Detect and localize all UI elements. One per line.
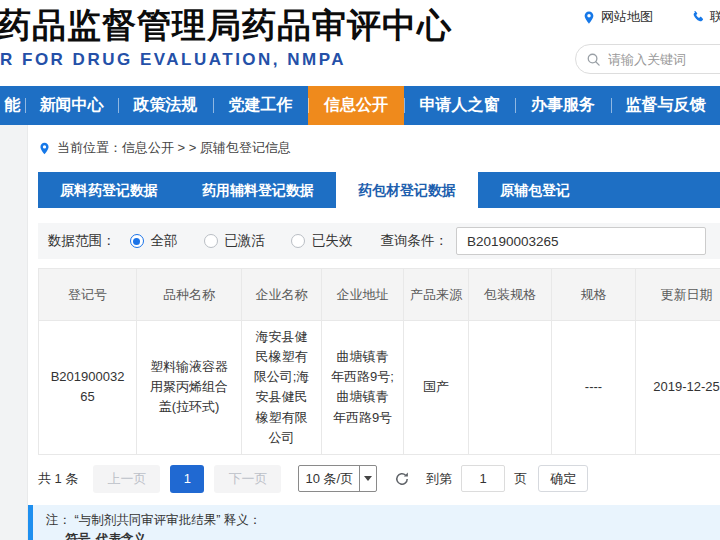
page-1-button[interactable]: 1 <box>170 465 204 493</box>
cell-product-name: 塑料输液容器用聚丙烯组合盖(拉环式) <box>137 321 242 455</box>
sitemap-link-label: 网站地图 <box>601 8 653 26</box>
cell-product-source: 国产 <box>404 321 469 455</box>
cell-update-date: 2019-12-25 <box>636 321 720 455</box>
data-tabs: 原料药登记数据 药用辅料登记数据 药包材登记数据 原辅包登记 <box>38 172 720 208</box>
cell-registration-no: B20190003265 <box>39 321 137 455</box>
nav-item-info-disclosure[interactable]: 信息公开 <box>308 86 404 125</box>
nav-item-policy[interactable]: 政策法规 <box>118 86 213 125</box>
nav-item-services[interactable]: 办事服务 <box>515 86 611 125</box>
col-registration-no: 登记号 <box>39 269 137 321</box>
cell-spec: ---- <box>552 321 636 455</box>
site-header: 药品监督管理局药品审评中心 R FOR DRUG EVALUATION, NMP… <box>0 0 720 86</box>
chevron-down-icon <box>359 466 376 491</box>
radio-dot-icon <box>204 234 218 248</box>
radio-all-label: 全部 <box>151 232 178 250</box>
content-area: 原料药登记数据 药用辅料登记数据 药包材登记数据 原辅包登记 数据范围： 全部 … <box>28 172 720 540</box>
main-nav: 能 新闻中心 政策法规 党建工作 信息公开 申请人之窗 办事服务 监督与反馈 <box>0 86 720 125</box>
page-unit-label: 页 <box>514 470 527 488</box>
phone-icon <box>691 10 705 24</box>
top-links: 网站地图 联系 <box>582 8 720 26</box>
cell-company-address: 曲塘镇青年西路9号;曲塘镇青年西路9号 <box>322 321 404 455</box>
col-update-date: 更新日期 <box>636 269 720 321</box>
filter-bar: 数据范围： 全部 已激活 已失效 查询条件： <box>38 223 720 259</box>
site-title: 药品监督管理局药品审评中心 <box>0 3 452 49</box>
breadcrumb: 当前位置：信息公开 > > 原辅包登记信息 <box>28 125 720 166</box>
search-input[interactable] <box>608 52 708 67</box>
breadcrumb-text: 当前位置：信息公开 > > 原辅包登记信息 <box>57 139 291 157</box>
radio-activated[interactable]: 已激活 <box>204 232 266 250</box>
nav-item-party[interactable]: 党建工作 <box>213 86 308 125</box>
confirm-button[interactable]: 确定 <box>538 465 588 492</box>
search-icon <box>586 52 601 67</box>
goto-page-input[interactable] <box>461 465 505 492</box>
page-size-select[interactable]: 10 条/页 <box>298 465 377 492</box>
sitemap-link[interactable]: 网站地图 <box>582 8 653 26</box>
nav-item-applicant-window[interactable]: 申请人之窗 <box>404 86 515 125</box>
radio-dot-icon <box>130 234 144 248</box>
col-product-source: 产品来源 <box>404 269 469 321</box>
col-company-name: 企业名称 <box>242 269 322 321</box>
location-pin-icon <box>582 10 596 25</box>
nav-item-cutoff[interactable]: 能 <box>0 86 25 125</box>
col-company-address: 企业地址 <box>322 269 404 321</box>
next-page-button[interactable]: 下一页 <box>214 465 281 493</box>
site-search[interactable] <box>575 44 720 74</box>
radio-expired[interactable]: 已失效 <box>291 232 353 250</box>
note-symbol-header: 符号 <box>60 531 96 540</box>
results-table: 登记号 品种名称 企业名称 企业地址 产品来源 包装规格 规格 更新日期 B20… <box>38 268 720 455</box>
table-header-row: 登记号 品种名称 企业名称 企业地址 产品来源 包装规格 规格 更新日期 <box>39 269 720 321</box>
scope-label: 数据范围： <box>48 232 116 250</box>
radio-all[interactable]: 全部 <box>130 232 178 250</box>
cell-company-name: 海安县健民橡塑有限公司;海安县健民橡塑有限公司 <box>242 321 322 455</box>
site-subtitle: R FOR DRUG EVALUATION, NMPA <box>0 50 346 70</box>
note-title: 注： “与制剂共同审评审批结果” 释义： <box>46 512 708 529</box>
scope-radio-group: 全部 已激活 已失效 <box>130 232 353 250</box>
page-size-value: 10 条/页 <box>299 470 359 488</box>
col-packaging-spec: 包装规格 <box>469 269 552 321</box>
left-margin-rail <box>0 125 28 540</box>
contact-link-label: 联系 <box>710 8 720 26</box>
note-meaning-header: 代表含义 <box>96 531 146 540</box>
refresh-icon <box>394 471 410 487</box>
total-count: 共 1 条 <box>38 470 78 488</box>
contact-link[interactable]: 联系 <box>691 8 720 26</box>
location-pin-icon <box>38 141 51 156</box>
nav-item-supervision[interactable]: 监督与反馈 <box>611 86 720 125</box>
tab-registration[interactable]: 原辅包登记 <box>478 172 592 208</box>
nav-item-news[interactable]: 新闻中心 <box>25 86 118 125</box>
refresh-button[interactable] <box>394 471 410 487</box>
note-header-row: 符号 代表含义 <box>60 531 708 540</box>
page: 药品监督管理局药品审评中心 R FOR DRUG EVALUATION, NMP… <box>0 0 720 540</box>
radio-expired-label: 已失效 <box>312 232 353 250</box>
pagination: 共 1 条 上一页 1 下一页 10 条/页 到第 页 确定 <box>38 465 720 493</box>
col-product-name: 品种名称 <box>137 269 242 321</box>
tab-packaging-data[interactable]: 药包材登记数据 <box>336 172 478 208</box>
radio-activated-label: 已激活 <box>225 232 266 250</box>
note-box: 注： “与制剂共同审评审批结果” 释义： 符号 代表含义 A 已批准在上市制剂使… <box>28 505 720 540</box>
query-input[interactable] <box>456 227 706 255</box>
prev-page-button[interactable]: 上一页 <box>93 465 160 493</box>
goto-label: 到第 <box>426 470 452 488</box>
radio-dot-icon <box>291 234 305 248</box>
tab-api-data[interactable]: 原料药登记数据 <box>38 172 180 208</box>
tab-excipient-data[interactable]: 药用辅料登记数据 <box>180 172 336 208</box>
col-spec: 规格 <box>552 269 636 321</box>
query-label: 查询条件： <box>381 232 449 250</box>
table-row: B20190003265 塑料输液容器用聚丙烯组合盖(拉环式) 海安县健民橡塑有… <box>39 321 720 455</box>
cell-packaging-spec <box>469 321 552 455</box>
